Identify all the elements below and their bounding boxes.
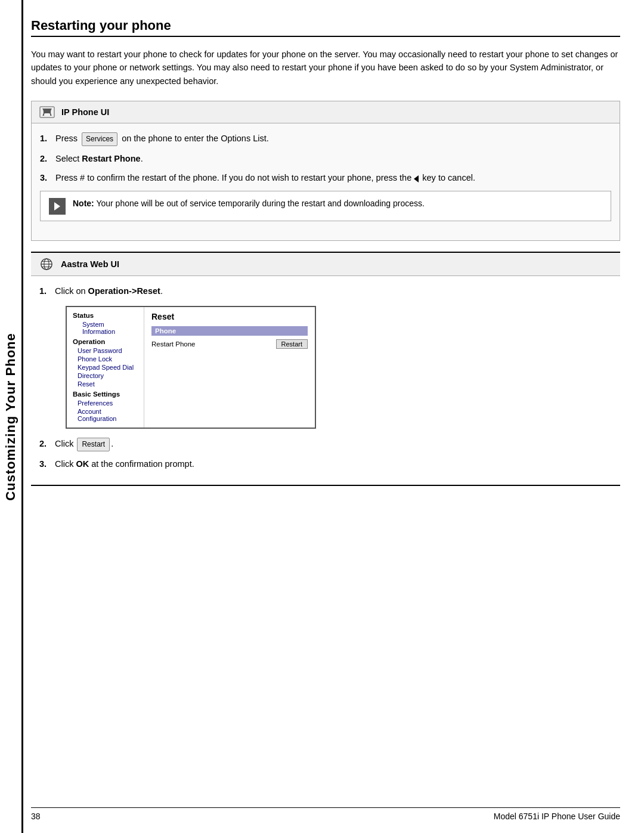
nav-system-info: System Information — [73, 320, 138, 336]
reset-title: Reset — [151, 312, 308, 321]
services-button-inline: Services — [82, 132, 117, 146]
note-arrow-icon — [49, 198, 66, 215]
aastra-step-3-num: 3. — [39, 457, 52, 470]
screenshot-container: Status System Information Operation User… — [52, 306, 612, 429]
aastra-step-1: 1. Click on Operation->Reset. — [39, 284, 612, 298]
aastra-web-ui-header: Aastra Web UI — [31, 253, 620, 276]
restart-phone-row-label: Restart Phone — [151, 340, 196, 348]
nav-user-password: User Password — [73, 346, 138, 355]
page-number: 38 — [31, 812, 41, 821]
operation-reset-label: Operation->Reset — [88, 286, 160, 296]
nav-keypad-speed-dial: Keypad Speed Dial — [73, 363, 138, 371]
intro-text: You may want to restart your phone to ch… — [31, 48, 620, 88]
phone-handset-icon — [39, 106, 55, 119]
footer: 38 Model 6751i IP Phone User Guide — [31, 807, 620, 821]
aastra-step-3: 3. Click OK at the confirmation prompt. — [39, 457, 612, 470]
note-label: Note: — [73, 199, 94, 208]
nav-phone-lock: Phone Lock — [73, 355, 138, 363]
aastra-steps: 1. Click on Operation->Reset. Status Sys… — [31, 276, 620, 485]
globe-icon — [38, 257, 55, 271]
arrow-left-icon — [414, 175, 419, 182]
aastra-step-1-text: Click on Operation->Reset. — [55, 284, 163, 298]
aastra-step-2-text: Click Restart. — [55, 437, 113, 451]
nav-directory: Directory — [73, 371, 138, 380]
step-1-text: Press Services on the phone to enter the… — [55, 132, 269, 145]
page-title: Restarting your phone — [31, 18, 620, 37]
step-1-num: 1. — [40, 132, 53, 145]
nav-reset: Reset — [73, 380, 138, 388]
ip-step-3: 3. Press # to confirm the restart of the… — [40, 171, 611, 184]
note-text: Note: Your phone will be out of service … — [73, 197, 425, 210]
step-2-text: Select Restart Phone. — [55, 152, 143, 165]
aastra-step-1-num: 1. — [39, 284, 52, 298]
nav-account-config: Account Configuration — [73, 407, 138, 423]
restart-row: Restart Phone Restart — [151, 339, 308, 349]
phone-bar: Phone — [151, 326, 308, 336]
ip-step-2: 2. Select Restart Phone. — [40, 152, 611, 165]
ip-phone-ui-label: IP Phone UI — [61, 107, 109, 117]
ip-phone-ui-header: IP Phone UI — [32, 101, 620, 123]
note-box: Note: Your phone will be out of service … — [40, 191, 611, 221]
operation-section-title: Operation — [73, 338, 138, 345]
ip-step-1: 1. Press Services on the phone to enter … — [40, 132, 611, 145]
ip-phone-steps: 1. Press Services on the phone to enter … — [32, 123, 620, 240]
ok-label: OK — [76, 459, 89, 469]
step-3-text: Press # to confirm the restart of the ph… — [55, 171, 475, 184]
restart-button-screenshot: Restart — [276, 339, 308, 349]
note-arrow-inner — [54, 202, 60, 210]
aastra-web-ui-label: Aastra Web UI — [61, 259, 119, 269]
aastra-step-3-text: Click OK at the confirmation prompt. — [55, 457, 194, 470]
step-3-num: 3. — [40, 171, 53, 184]
nav-preferences: Preferences — [73, 399, 138, 407]
ip-phone-ui-section: IP Phone UI 1. Press Services on the pho… — [31, 101, 620, 240]
basic-settings-title: Basic Settings — [73, 391, 138, 398]
restart-phone-label: Restart Phone — [82, 154, 140, 163]
note-body: Your phone will be out of service tempor… — [96, 199, 424, 208]
aastra-step-2-num: 2. — [39, 437, 52, 451]
sidebar-tab: Customizing Your Phone — [0, 0, 21, 833]
aastra-step-2: 2. Click Restart. — [39, 437, 612, 451]
restart-inline-button: Restart — [77, 438, 110, 451]
screenshot-content: Reset Phone Restart Phone Restart — [144, 307, 315, 391]
aastra-web-ui-section: Aastra Web UI 1. Click on Operation->Res… — [31, 252, 620, 486]
screenshot-nav: Status System Information Operation User… — [67, 307, 144, 428]
sidebar-border — [21, 0, 23, 833]
sidebar-label: Customizing Your Phone — [3, 333, 18, 501]
model-label: Model 6751i IP Phone User Guide — [494, 812, 620, 821]
status-section-title: Status — [73, 312, 138, 319]
step-2-num: 2. — [40, 152, 53, 165]
screenshot-box: Status System Information Operation User… — [66, 306, 316, 429]
